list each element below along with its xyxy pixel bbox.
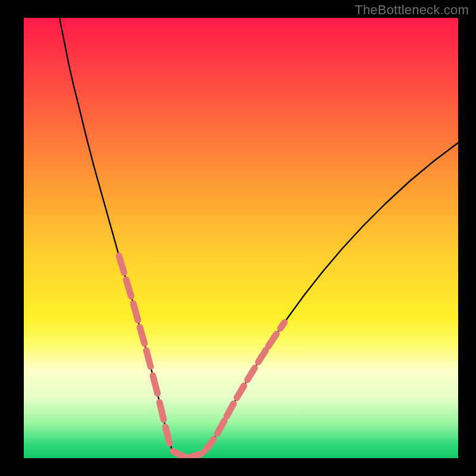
svg-line-17: [280, 322, 284, 328]
plot-area: [24, 18, 458, 458]
watermark-text: TheBottleneck.com: [355, 2, 469, 18]
svg-line-4: [146, 350, 151, 367]
svg-line-3: [140, 327, 145, 343]
svg-line-6: [159, 402, 164, 419]
chart-svg: [24, 18, 458, 458]
svg-line-5: [153, 375, 158, 393]
chart-frame: TheBottleneck.com: [0, 0, 476, 476]
svg-line-2: [133, 303, 138, 320]
svg-line-9: [188, 454, 202, 458]
svg-line-7: [165, 427, 170, 444]
